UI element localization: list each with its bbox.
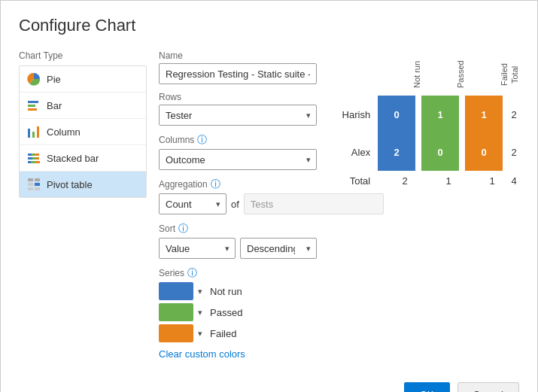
svg-rect-8 — [35, 153, 39, 156]
chart-type-column-label: Column — [47, 126, 81, 138]
pivot-total-failed: 1 — [465, 171, 509, 187]
svg-rect-19 — [28, 187, 33, 190]
sort-row: Value Name ▾ Descending Ascending ▾ — [159, 238, 317, 259]
series-failed-row: ▾ Failed — [159, 324, 317, 342]
chart-type-column[interactable]: Column — [20, 119, 146, 145]
chart-type-label: Chart Type — [19, 50, 147, 61]
svg-rect-18 — [35, 183, 40, 186]
pivot-header-empty — [336, 50, 378, 96]
chart-type-bar[interactable]: Bar — [20, 93, 146, 119]
pivot-row-alex: Alex 2 0 0 2 — [336, 133, 519, 171]
pivot-total-total: 4 — [509, 171, 519, 187]
pivot-cell-alex-notrun: 2 — [378, 133, 421, 171]
chart-type-pivot-table-label: Pivot table — [47, 179, 93, 190]
series-failed-label: Failed — [210, 328, 236, 339]
rows-select[interactable]: Tester — [159, 105, 317, 126]
ok-button[interactable]: OK — [404, 382, 450, 392]
name-field-group: Name — [159, 50, 317, 84]
series-failed-color[interactable] — [159, 324, 193, 342]
sort-value-select[interactable]: Value Name — [159, 238, 236, 259]
series-info-icon[interactable]: ⓘ — [187, 266, 197, 280]
rows-field-group: Rows Tester ▾ — [159, 92, 317, 126]
pivot-cell-harish-failed: 1 — [465, 96, 509, 133]
stacked-bar-icon — [27, 151, 41, 165]
svg-rect-9 — [28, 157, 32, 160]
svg-rect-11 — [36, 157, 39, 160]
pivot-table: Not run Passed Failed Total Harish 0 — [336, 50, 519, 187]
cell-alex-notrun-value: 2 — [378, 133, 415, 171]
pie-icon — [27, 72, 41, 86]
clear-custom-colors-link[interactable]: Clear custom colors — [159, 348, 245, 360]
svg-rect-20 — [35, 187, 40, 190]
sort-order-select-wrapper: Descending Ascending ▾ — [240, 238, 317, 259]
columns-info-icon[interactable]: ⓘ — [197, 133, 207, 147]
pivot-total-passed: 1 — [421, 171, 465, 187]
pivot-total-notrun: 2 — [378, 171, 421, 187]
columns-select[interactable]: Outcome — [159, 149, 317, 170]
aggregation-label: Aggregation ⓘ — [159, 178, 317, 191]
name-label: Name — [159, 50, 317, 61]
sort-info-icon[interactable]: ⓘ — [178, 222, 188, 236]
cell-harish-passed-value: 1 — [421, 96, 459, 133]
series-not-run-label: Not run — [210, 286, 242, 297]
pivot-row-harish: Harish 0 1 1 2 — [336, 96, 519, 133]
pivot-table-header-row: Not run Passed Failed Total — [336, 50, 519, 96]
svg-rect-17 — [28, 183, 33, 186]
chart-type-bar-label: Bar — [47, 100, 62, 111]
aggregation-select[interactable]: Count Sum — [159, 193, 226, 214]
pivot-cell-harish-notrun: 0 — [378, 96, 421, 133]
svg-rect-5 — [37, 126, 39, 138]
svg-rect-0 — [28, 101, 38, 103]
sort-field-group: Sort ⓘ Value Name ▾ Descending A — [159, 222, 317, 259]
pivot-header-total: Total — [509, 50, 519, 96]
sort-label: Sort ⓘ — [159, 222, 317, 236]
name-input[interactable] — [159, 63, 317, 84]
svg-rect-2 — [28, 108, 37, 111]
pivot-table-icon — [27, 178, 41, 191]
series-passed-label: Passed — [210, 307, 242, 318]
pivot-cell-alex-failed: 0 — [465, 133, 509, 171]
dialog-body: Chart Type Pie — [19, 50, 519, 360]
series-not-run-color[interactable] — [159, 282, 193, 300]
series-failed-chevron-icon[interactable]: ▾ — [198, 329, 202, 339]
cancel-button[interactable]: Cancel — [457, 382, 519, 392]
cell-harish-failed-value: 1 — [465, 96, 503, 133]
chart-type-stacked-bar[interactable]: Stacked bar — [20, 145, 146, 172]
chart-preview-panel: Not run Passed Failed Total Harish 0 — [329, 50, 519, 360]
bar-icon — [27, 99, 41, 112]
dialog-title: Configure Chart — [19, 16, 519, 35]
pivot-row-alex-label: Alex — [336, 133, 378, 171]
series-passed-chevron-icon[interactable]: ▾ — [198, 308, 202, 318]
chart-type-pivot-table[interactable]: Pivot table — [20, 172, 146, 197]
svg-rect-14 — [35, 161, 40, 163]
svg-rect-10 — [32, 157, 36, 160]
chart-type-pie-label: Pie — [47, 74, 61, 85]
chart-type-list: Pie Bar — [19, 65, 147, 198]
chart-type-pie[interactable]: Pie — [20, 66, 146, 93]
svg-rect-12 — [28, 161, 31, 163]
pivot-total-row: Total 2 1 1 4 — [336, 171, 519, 187]
series-field-group: Series ⓘ ▾ Not run ▾ Passed ▾ Failed — [159, 266, 317, 360]
column-icon — [27, 125, 41, 138]
svg-rect-1 — [28, 105, 35, 107]
columns-select-wrapper: Outcome ▾ — [159, 149, 317, 170]
svg-rect-3 — [28, 129, 30, 138]
aggregation-field-group: Aggregation ⓘ Count Sum ▾ of — [159, 178, 317, 214]
rows-label: Rows — [159, 92, 317, 102]
chart-type-stacked-bar-label: Stacked bar — [47, 153, 99, 164]
aggregation-of-text: of — [231, 199, 239, 210]
sort-order-select[interactable]: Descending Ascending — [240, 238, 317, 259]
series-not-run-chevron-icon[interactable]: ▾ — [198, 287, 202, 296]
svg-rect-6 — [28, 153, 32, 156]
series-label: Series ⓘ — [159, 266, 317, 280]
pivot-cell-harish-passed: 1 — [421, 96, 465, 133]
pivot-cell-alex-total: 2 — [509, 133, 519, 171]
aggregation-select-wrapper: Count Sum ▾ — [159, 193, 226, 214]
svg-rect-4 — [32, 132, 35, 138]
aggregation-info-icon[interactable]: ⓘ — [211, 178, 220, 191]
cell-alex-passed-value: 0 — [421, 133, 459, 171]
svg-rect-16 — [35, 178, 40, 181]
series-passed-color[interactable] — [159, 303, 193, 321]
chart-type-panel: Chart Type Pie — [19, 50, 147, 360]
pivot-total-label: Total — [336, 171, 378, 187]
